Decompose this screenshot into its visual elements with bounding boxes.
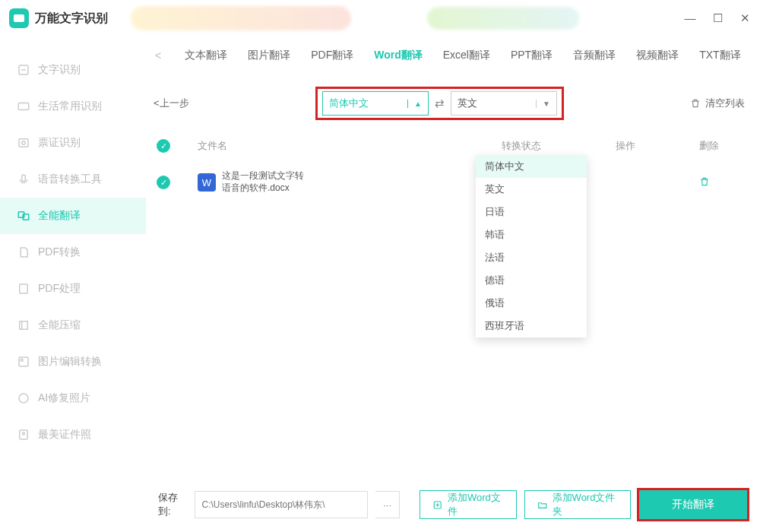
life-icon bbox=[17, 100, 30, 113]
svg-rect-7 bbox=[20, 284, 28, 293]
sidebar-item-label: AI修复照片 bbox=[38, 391, 90, 405]
source-language-select[interactable]: 简体中文 ▲ bbox=[322, 91, 429, 116]
lang-option[interactable]: 日语 bbox=[476, 201, 587, 223]
sidebar-item-life-ocr[interactable]: 生活常用识别 bbox=[0, 88, 146, 125]
lang-option[interactable]: 法语 bbox=[476, 246, 587, 269]
target-language-value: 英文 bbox=[458, 97, 477, 110]
browse-path-button[interactable]: ··· bbox=[375, 491, 401, 518]
sidebar-item-label: 文字识别 bbox=[38, 63, 81, 77]
translate-icon bbox=[17, 209, 30, 223]
header-checkbox[interactable]: ✓ bbox=[152, 139, 198, 153]
lang-option[interactable]: 俄语 bbox=[476, 292, 587, 315]
swap-languages-icon[interactable]: ⇄ bbox=[435, 97, 445, 110]
sidebar-item-ai-repair[interactable]: AI修复照片 bbox=[0, 380, 146, 416]
tab-video-translate[interactable]: 视频翻译 bbox=[636, 49, 679, 62]
save-path-input[interactable] bbox=[195, 491, 367, 518]
maximize-button[interactable]: ☐ bbox=[711, 11, 724, 25]
clear-list-label: 清空列表 bbox=[705, 97, 745, 110]
tab-word-translate[interactable]: Word翻译 bbox=[374, 49, 423, 62]
app-title: 万能文字识别 bbox=[35, 11, 108, 27]
blurred-banner-left bbox=[131, 6, 351, 30]
header-format: 原始格式 bbox=[312, 139, 433, 153]
sidebar-item-pdf-convert[interactable]: PDF转换 bbox=[0, 234, 146, 271]
sidebar-item-compress[interactable]: 全能压缩 bbox=[0, 307, 146, 344]
sidebar-item-label: 语音转换工具 bbox=[38, 173, 102, 186]
sidebar-item-text-ocr[interactable]: 文字识别 bbox=[0, 52, 146, 88]
svg-rect-8 bbox=[20, 321, 28, 330]
ocr-icon bbox=[17, 63, 30, 77]
lang-option[interactable]: 英文 bbox=[476, 178, 587, 201]
svg-point-3 bbox=[22, 141, 26, 145]
image-icon bbox=[17, 355, 30, 369]
target-language-select[interactable]: 英文 ▼ bbox=[451, 91, 557, 116]
add-word-file-button[interactable]: 添加Word文件 bbox=[420, 490, 517, 519]
compress-icon bbox=[17, 318, 30, 332]
source-language-value: 简体中文 bbox=[329, 97, 369, 110]
close-button[interactable]: ✕ bbox=[739, 11, 751, 25]
tab-txt-translate[interactable]: TXT翻译 bbox=[699, 49, 740, 62]
trash-icon bbox=[690, 98, 701, 109]
lang-option[interactable]: 韩语 bbox=[476, 223, 587, 246]
add-file-label: 添加Word文件 bbox=[448, 491, 504, 518]
word-file-icon: W bbox=[198, 173, 216, 192]
sidebar-item-pdf-process[interactable]: PDF处理 bbox=[0, 271, 146, 307]
pdf-convert-icon bbox=[17, 245, 30, 259]
language-selector-group: 简体中文 ▲ ⇄ 英文 ▼ bbox=[315, 87, 564, 120]
titlebar: 万能文字识别 — ☐ ✕ bbox=[0, 0, 760, 36]
back-step-link[interactable]: <上一步 bbox=[152, 97, 189, 110]
app-logo-icon bbox=[9, 8, 29, 28]
row-checkbox[interactable]: ✓ bbox=[152, 176, 198, 189]
add-word-folder-button[interactable]: 添加Word文件夹 bbox=[524, 490, 630, 519]
row-delete-button[interactable] bbox=[699, 176, 745, 189]
main-panel: < 文本翻译 图片翻译 PDF翻译 Word翻译 Excel翻译 PPT翻译 音… bbox=[146, 36, 760, 532]
add-folder-label: 添加Word文件夹 bbox=[553, 491, 618, 518]
folder-icon bbox=[537, 499, 547, 511]
caret-down-icon: ▼ bbox=[536, 100, 550, 108]
sidebar: 文字识别 生活常用识别 票证识别 语音转换工具 全能翻译 PDF转换 PDF处理… bbox=[0, 36, 146, 532]
row-format: DOCX bbox=[312, 177, 433, 188]
toolbar-row: <上一步 简体中文 ▲ ⇄ 英文 ▼ 清空列表 bbox=[152, 87, 745, 120]
sidebar-item-id-photo[interactable]: 最美证件照 bbox=[0, 416, 146, 453]
table-header-row: ✓ 文件名 原始格式 大小 转换状态 操作 删除 bbox=[152, 131, 745, 161]
check-icon: ✓ bbox=[157, 176, 170, 189]
lang-option[interactable]: 简体中文 bbox=[476, 155, 587, 178]
voice-icon bbox=[17, 173, 30, 186]
lang-option[interactable]: 德语 bbox=[476, 269, 587, 292]
clear-list-button[interactable]: 清空列表 bbox=[690, 97, 745, 110]
start-translate-button[interactable]: 开始翻译 bbox=[638, 489, 748, 520]
header-del: 删除 bbox=[699, 139, 745, 153]
plus-icon bbox=[432, 499, 442, 511]
tab-text-translate[interactable]: 文本翻译 bbox=[185, 49, 227, 62]
tab-audio-translate[interactable]: 音频翻译 bbox=[573, 49, 616, 62]
window-controls: — ☐ ✕ bbox=[684, 11, 751, 25]
tabs-bar: < 文本翻译 图片翻译 PDF翻译 Word翻译 Excel翻译 PPT翻译 音… bbox=[152, 41, 745, 70]
lang-option[interactable]: 西班牙语 bbox=[476, 315, 587, 337]
svg-rect-9 bbox=[19, 357, 28, 366]
tab-excel-translate[interactable]: Excel翻译 bbox=[443, 49, 490, 62]
caret-up-icon: ▲ bbox=[407, 100, 422, 108]
tab-pdf-translate[interactable]: PDF翻译 bbox=[311, 49, 353, 62]
sidebar-item-voice-tool[interactable]: 语音转换工具 bbox=[0, 161, 146, 198]
sidebar-item-image-edit[interactable]: 图片编辑转换 bbox=[0, 344, 146, 380]
sidebar-item-translate[interactable]: 全能翻译 bbox=[0, 198, 146, 234]
ai-icon bbox=[17, 391, 30, 405]
svg-point-10 bbox=[21, 359, 23, 361]
id-icon bbox=[17, 428, 30, 442]
sidebar-item-ticket-ocr[interactable]: 票证识别 bbox=[0, 125, 146, 161]
header-status: 转换状态 bbox=[502, 139, 616, 153]
footer-bar: 保存到: ··· 添加Word文件 添加Word文件夹 开始翻译 bbox=[158, 488, 748, 521]
ticket-icon bbox=[17, 136, 30, 150]
tabs-prev-arrow-icon[interactable]: < bbox=[152, 49, 164, 62]
minimize-button[interactable]: — bbox=[684, 11, 696, 25]
header-name: 文件名 bbox=[198, 139, 312, 153]
row-file-name: 这是一段测试文字转语音的软件.docx bbox=[222, 170, 312, 194]
tab-image-translate[interactable]: 图片翻译 bbox=[248, 49, 290, 62]
svg-rect-2 bbox=[19, 139, 28, 147]
sidebar-item-label: 全能翻译 bbox=[38, 209, 81, 223]
sidebar-item-label: PDF转换 bbox=[38, 245, 81, 259]
sidebar-item-label: 票证识别 bbox=[38, 136, 81, 150]
sidebar-item-label: 全能压缩 bbox=[38, 318, 81, 332]
tab-ppt-translate[interactable]: PPT翻译 bbox=[511, 49, 553, 62]
svg-rect-4 bbox=[22, 175, 26, 181]
sidebar-item-label: 最美证件照 bbox=[38, 428, 91, 442]
